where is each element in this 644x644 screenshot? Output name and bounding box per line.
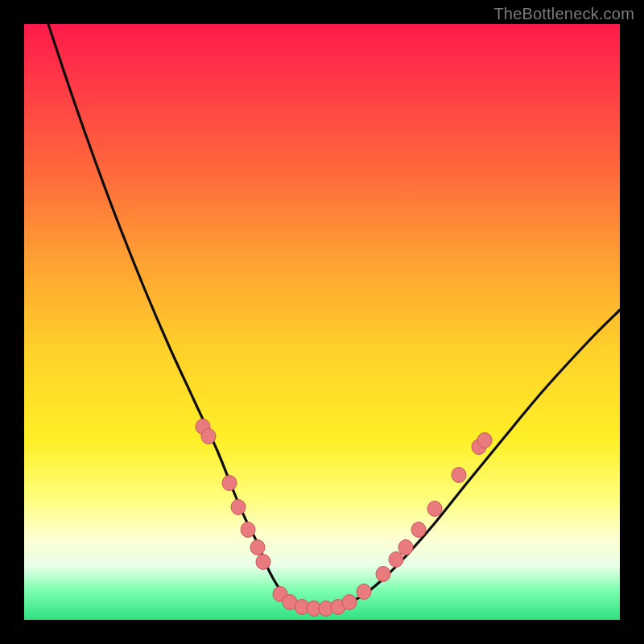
curve-marker [222,476,237,491]
curve-marker [452,468,466,483]
curve-marker [201,429,216,444]
curve-markers [196,419,492,617]
curve-svg [24,24,620,620]
plot-area [24,24,620,620]
curve-marker [411,522,426,538]
bottleneck-curve [48,24,620,609]
curve-marker [477,433,492,448]
curve-marker [342,595,357,610]
curve-marker [389,552,403,568]
curve-marker [357,584,371,600]
curve-marker [427,502,442,517]
chart-frame: TheBottleneck.com [0,0,644,644]
curve-marker [241,522,255,538]
curve-marker [376,567,390,582]
curve-marker [231,500,246,515]
curve-marker [250,540,265,555]
curve-marker [398,540,413,555]
curve-marker [256,555,270,570]
watermark-text: TheBottleneck.com [493,5,634,23]
